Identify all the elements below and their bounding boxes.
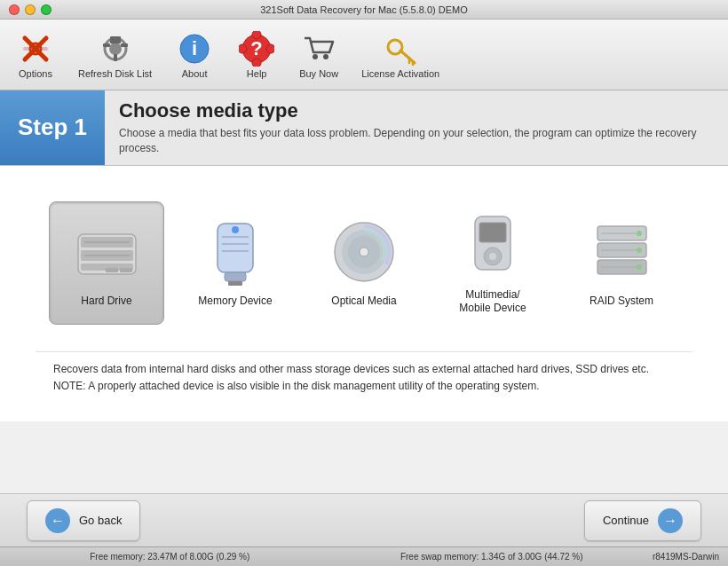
media-item-hard-drive[interactable]: Hard Drive: [49, 201, 164, 325]
footer: ← Go back Continue →: [0, 493, 728, 546]
svg-rect-7: [114, 54, 117, 61]
minimize-button[interactable]: [25, 4, 36, 15]
media-item-multimedia[interactable]: Multimedia/ Mobile Device: [435, 201, 550, 325]
svg-point-42: [360, 248, 368, 256]
buy-label: Buy Now: [299, 68, 338, 79]
about-label: About: [182, 68, 208, 79]
help-icon: ?: [239, 31, 274, 67]
svg-rect-30: [120, 268, 132, 272]
hard-drive-icon: [71, 216, 142, 287]
svg-point-19: [323, 54, 328, 59]
svg-point-18: [313, 54, 318, 59]
svg-rect-9: [121, 43, 128, 47]
toolbar-item-help[interactable]: ? Help: [230, 27, 283, 83]
about-icon: i: [177, 31, 212, 67]
memory-status: Free memory: 23.47M of 8.00G (0.29 %): [9, 552, 330, 562]
refresh-label: Refresh Disk List: [78, 68, 152, 79]
svg-point-38: [232, 226, 239, 233]
svg-point-14: [252, 31, 261, 39]
media-item-raid[interactable]: RAID System: [564, 201, 679, 325]
svg-point-54: [637, 248, 642, 253]
status-bar: Free memory: 23.47M of 8.00G (0.29 %) Fr…: [0, 546, 728, 566]
svg-point-17: [252, 59, 261, 67]
step-content: Choose media type Choose a media that be…: [105, 90, 728, 165]
license-label: License Activation: [361, 68, 439, 79]
close-button[interactable]: [9, 4, 20, 15]
svg-rect-33: [225, 272, 246, 281]
svg-rect-34: [228, 281, 242, 286]
media-item-optical[interactable]: Optical Media: [306, 201, 422, 325]
raid-icon: [586, 216, 657, 287]
description-area: Recovers data from internal hard disks a…: [36, 351, 692, 404]
go-back-label: Go back: [79, 514, 122, 527]
back-arrow-icon: ←: [45, 508, 70, 533]
media-type-grid: Hard Drive Memory Device: [27, 201, 701, 325]
refresh-icon: [98, 31, 133, 67]
multimedia-icon: [457, 210, 528, 281]
continue-label: Continue: [603, 514, 649, 527]
step-header: Step 1 Choose media type Choose a media …: [0, 90, 728, 166]
media-item-memory[interactable]: Memory Device: [178, 201, 293, 325]
raid-label: RAID System: [590, 295, 653, 309]
toolbar-item-options[interactable]: Options: [9, 27, 62, 83]
step-description: Choose a media that best fits your data …: [119, 126, 714, 156]
toolbar-item-buy[interactable]: Buy Now: [292, 27, 345, 83]
memory-device-label: Memory Device: [198, 295, 272, 309]
svg-text:i: i: [192, 37, 197, 59]
svg-point-55: [637, 264, 642, 270]
title-bar: 321Soft Data Recovery for Mac (5.5.8.0) …: [0, 0, 728, 20]
swap-status: Free swap memory: 1.34G of 3.00G (44.72 …: [330, 552, 652, 562]
step-number: Step 1: [0, 90, 105, 165]
hard-drive-label: Hard Drive: [81, 295, 131, 309]
license-icon: [383, 31, 418, 67]
buy-icon: [301, 31, 336, 67]
main-content: Hard Drive Memory Device: [0, 166, 728, 422]
svg-rect-44: [479, 223, 506, 242]
maximize-button[interactable]: [41, 4, 51, 15]
svg-rect-31: [106, 268, 118, 272]
go-back-button[interactable]: ← Go back: [27, 500, 140, 541]
svg-text:?: ?: [250, 37, 262, 59]
toolbar-item-refresh[interactable]: Refresh Disk List: [71, 27, 159, 83]
optical-media-icon: [328, 216, 400, 287]
svg-point-53: [637, 231, 642, 236]
description-text: Recovers data from internal hard disks a…: [53, 363, 649, 392]
forward-arrow-icon: →: [658, 508, 683, 533]
memory-device-icon: [200, 216, 271, 287]
toolbar-item-about[interactable]: i About: [168, 27, 221, 83]
window-controls[interactable]: [9, 4, 51, 15]
svg-rect-3: [23, 47, 48, 51]
svg-point-5: [109, 43, 122, 55]
multimedia-label: Multimedia/ Mobile Device: [459, 288, 526, 316]
svg-rect-6: [110, 36, 121, 43]
window-title: 321Soft Data Recovery for Mac (5.5.8.0) …: [260, 4, 468, 15]
svg-point-16: [239, 44, 247, 53]
continue-button[interactable]: Continue →: [584, 500, 701, 541]
help-label: Help: [247, 68, 267, 79]
optical-media-label: Optical Media: [331, 295, 396, 309]
step-title: Choose media type: [119, 99, 714, 122]
toolbar: Options Refresh Disk List i About: [0, 20, 728, 90]
svg-point-15: [266, 44, 274, 53]
options-icon: [18, 31, 53, 67]
toolbar-item-license[interactable]: License Activation: [354, 27, 447, 83]
svg-rect-8: [103, 43, 110, 47]
svg-point-46: [489, 253, 496, 260]
host-status: r8419MS-Darwin: [653, 552, 719, 562]
options-label: Options: [19, 68, 52, 79]
